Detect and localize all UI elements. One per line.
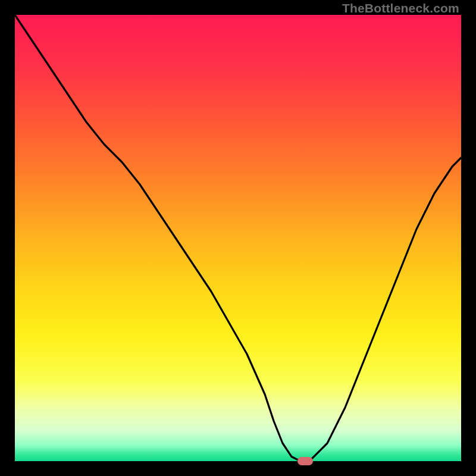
- watermark-text: TheBottleneck.com: [342, 1, 459, 15]
- plot-area: [15, 15, 461, 461]
- optimal-marker: [298, 457, 313, 465]
- plot-svg: [15, 15, 461, 461]
- gradient-background: [15, 15, 461, 461]
- chart-frame: TheBottleneck.com: [0, 0, 476, 476]
